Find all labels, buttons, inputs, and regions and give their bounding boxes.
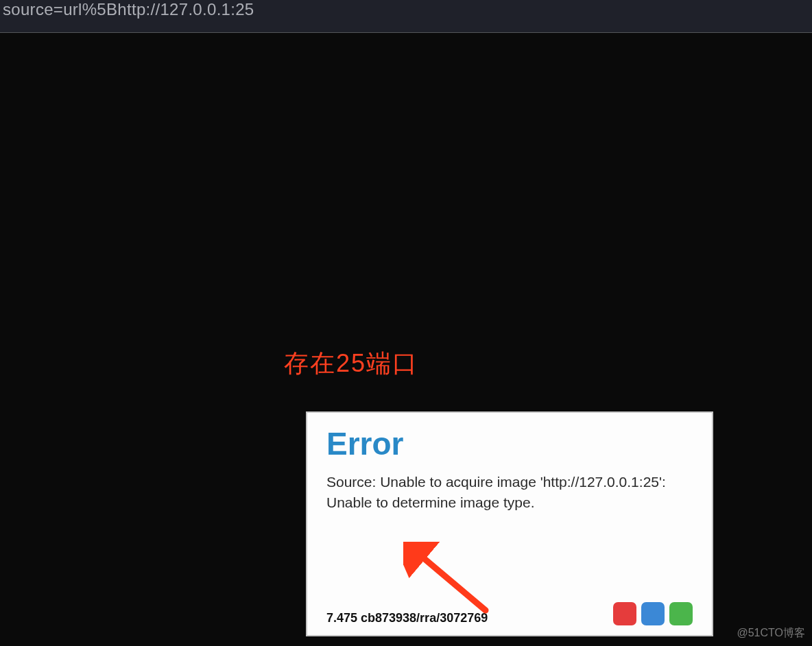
- error-footer: 7.475 cb873938/rra/3072769: [326, 602, 693, 625]
- square-red-icon: [613, 602, 636, 625]
- square-blue-icon: [641, 602, 665, 625]
- content-area: 存在25端口 Error Source: Unable to acquire i…: [0, 33, 812, 646]
- error-box: Error Source: Unable to acquire image 'h…: [306, 411, 713, 636]
- url-text: source=url%5Bhttp://127.0.0.1:25: [3, 0, 254, 19]
- annotation-label: 存在25端口: [284, 347, 418, 381]
- error-message: Source: Unable to acquire image 'http://…: [326, 472, 683, 513]
- watermark-text: @51CTO博客: [737, 626, 805, 641]
- url-bar[interactable]: source=url%5Bhttp://127.0.0.1:25: [0, 0, 812, 33]
- square-green-icon: [669, 602, 693, 625]
- color-squares: [613, 602, 693, 625]
- error-version-text: 7.475 cb873938/rra/3072769: [326, 611, 488, 625]
- error-title: Error: [326, 428, 693, 459]
